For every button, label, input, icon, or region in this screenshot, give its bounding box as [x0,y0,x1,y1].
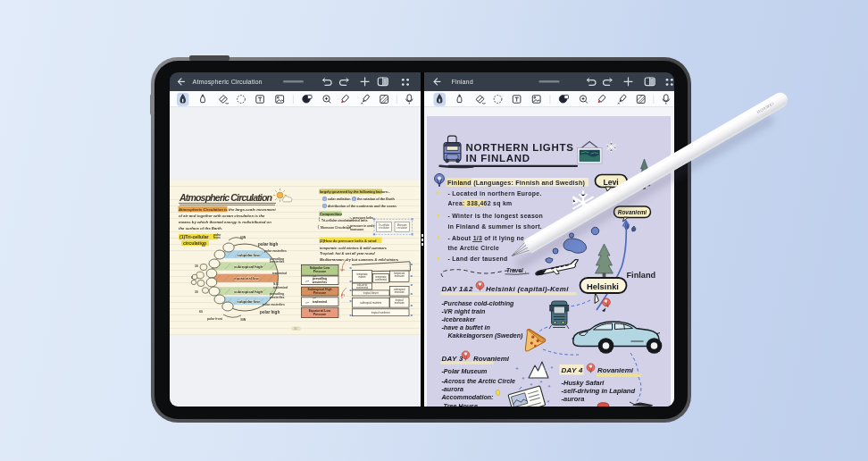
svg-text:largely governed by the follow: largely governed by the following factor… [320,189,390,194]
svg-text:solar radiation: solar radiation [328,197,351,201]
svg-text:polar easterlies: polar easterlies [263,303,285,306]
svg-text:0: 0 [191,276,193,280]
svg-text:Monsoon Circulation: Monsoon Circulation [321,226,351,230]
svg-text:(1)Tri-cellular: (1)Tri-cellular [179,234,209,239]
svg-text:monsoon: monsoon [395,275,405,278]
svg-text:circulation: circulation [379,226,389,230]
svg-text:polar easterlies: polar easterlies [264,249,287,253]
svg-text:Composition: Composition [320,212,343,216]
svg-text:temperate: cold winters & mild: temperate: cold winters & mild summers [320,246,388,250]
svg-text:monsoon: monsoon [350,228,363,231]
svg-text:subpolar low: subpolar low [237,299,260,304]
svg-text:monsoon: monsoon [395,302,405,305]
svg-text:Mediterranean: dry but summers: Mediterranean: dry but summers & mild wi… [320,257,399,262]
svg-text:Atmospheric Circulation: Atmospheric Circulation [179,192,273,203]
svg-text:Accommodation:: Accommodation: [441,394,494,401]
svg-text:westerlies: westerlies [269,296,285,299]
svg-text:Finland: Finland [627,271,656,280]
svg-text:NORTHERN LIGHTS: NORTHERN LIGHTS [466,142,574,153]
svg-text:polar high: polar high [258,242,278,247]
svg-text:the rotation of the Earth: the rotation of the Earth [357,197,396,201]
svg-text:-self-driving in Lapland: -self-driving in Lapland [562,387,636,395]
svg-text:(2)How do pressure belts & win: (2)How do pressure belts & wind [320,239,377,243]
svg-text:front: front [213,236,221,239]
svg-text:60N: 60N [240,236,246,239]
svg-text:subpolar low: subpolar low [237,253,260,257]
svg-text:means by which thermal energy: means by which thermal energy is redistr… [179,220,271,224]
svg-text:DAY 3: DAY 3 [442,355,464,363]
svg-text:Finland (Languages: Finnish an: Finland (Languages: Finnish and Swedish) [447,179,586,187]
svg-text:equatorial low: equatorial low [234,276,259,281]
svg-text:- About 1/3 of it lying ne: - About 1/3 of it lying ne [448,235,525,242]
svg-text:Pressure: Pressure [313,313,327,316]
svg-text:30: 30 [195,264,198,268]
svg-text:- Winter is the longest season: - Winter is the longest season [448,213,544,220]
svg-text:60: 60 [199,310,203,314]
svg-text:marine: marine [358,275,366,279]
svg-text:tradewind: tradewind [272,272,287,275]
svg-text:Finland: Finland [452,78,473,86]
svg-text:wind belts: wind belts [352,219,368,222]
svg-text:-Purchase cold-clothing: -Purchase cold-clothing [442,300,514,307]
svg-text:westerlies: westerlies [269,260,285,264]
svg-text:monsoon: monsoon [395,291,405,294]
svg-text:-aurora: -aurora [562,395,585,403]
svg-text:tradewind: tradewind [313,300,327,304]
svg-text:polar high: polar high [260,310,280,314]
svg-text:Helsinki: Helsinki [587,281,619,291]
svg-text:rain: rain [340,268,345,272]
svg-text:Pressure: Pressure [313,270,327,273]
svg-text:-Across the Arctic Circle: -Across the Arctic Circle [442,378,516,385]
svg-text:subtropical high: subtropical high [234,264,263,269]
svg-text:Rovaniemi: Rovaniemi [473,355,510,363]
svg-text:the surface of the Earth.: the surface of the Earth. [179,226,222,230]
svg-text:-aurora: -aurora [442,386,463,393]
svg-text:Helsinki (capital)-Kemi: Helsinki (capital)-Kemi [486,285,569,293]
svg-text:-VR night train: -VR night train [442,308,487,315]
svg-text:westerlies: westerlies [312,281,328,284]
svg-text:circulation: circulation [396,226,407,230]
svg-text:Atmospheric Circulation: Atmospheric Circulation [193,78,263,86]
svg-text:polar front: polar front [207,317,223,321]
svg-text:IN FINLAND: IN FINLAND [466,153,530,163]
svg-text:distribution of the continents: distribution of the continents and the o… [328,205,397,208]
svg-text:in Finland & summer is short.: in Finland & summer is short. [448,223,543,230]
svg-text:Levi: Levi [603,178,618,187]
svg-text:of air and together with ocean: of air and together with ocean circulati… [179,214,265,218]
svg-text:-have a buffet in: -have a buffet in [442,324,491,331]
svg-text:-Husky Safari: -Husky Safari [562,379,605,387]
svg-text:Tree House: Tree House [444,403,479,407]
svg-text:tropical rainforest: tropical rainforest [371,311,390,314]
svg-text:Tri-cellular circulation: Tri-cellular circulation [321,219,353,222]
svg-text:DAY 1&2: DAY 1&2 [442,285,473,293]
svg-text:- Land der tausend: - Land der tausend [448,256,508,262]
svg-text:Area: 338,462 sq km: Area: 338,462 sq km [448,200,513,207]
svg-text:30N: 30N [240,318,246,322]
svg-text:Kakkelagorsen (Sweden): Kakkelagorsen (Sweden) [448,332,524,339]
svg-text:-icebreaker: -icebreaker [442,316,477,323]
svg-text:30: 30 [195,290,198,294]
svg-text:Rovaniemi: Rovaniemi [597,366,634,374]
svg-text:continental: continental [375,278,387,281]
svg-text:tradewind: tradewind [273,286,288,289]
svg-text:dry: dry [341,293,345,297]
svg-text:Tropical: hot & wet all year r: Tropical: hot & wet all year round [320,251,375,256]
svg-text:- Located in northern Europe.: - Located in northern Europe. [448,190,542,197]
svg-text:subtropical maritime: subtropical maritime [360,301,382,305]
svg-text:60: 60 [202,244,205,247]
svg-text:continental: continental [356,286,368,289]
svg-text:the Arctic Circle: the Arctic Circle [448,245,500,251]
svg-text:31: 31 [294,327,297,331]
svg-text:Atmospheric Circulation is the: Atmospheric Circulation is the large-sca… [178,207,276,212]
svg-text:tropical desert: tropical desert [363,291,379,295]
svg-text:Pressure: Pressure [313,291,327,295]
svg-text:subtropical high: subtropical high [234,289,263,294]
svg-text:DAY 4: DAY 4 [562,366,584,374]
svg-text:-Polar Museum: -Polar Museum [442,368,488,375]
